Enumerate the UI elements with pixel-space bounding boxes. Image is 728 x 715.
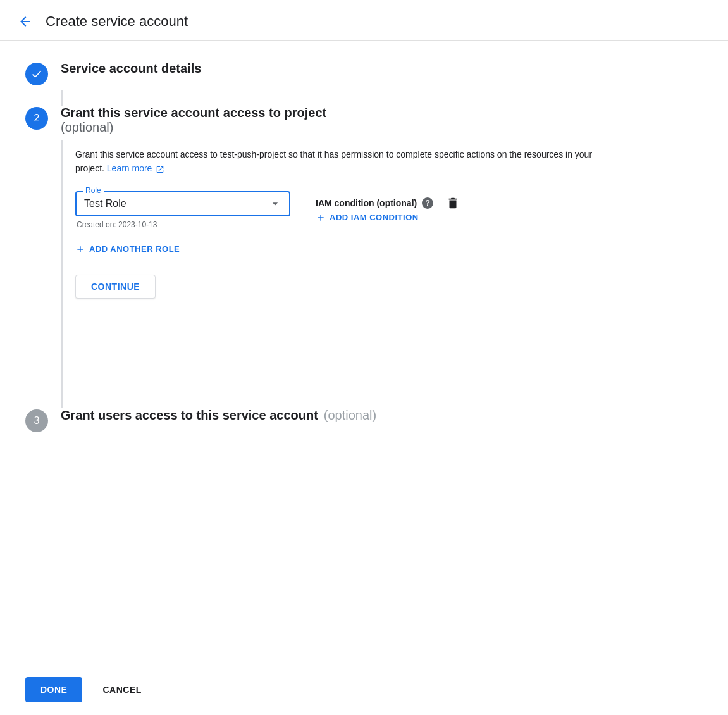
step3-number: 3 [34, 415, 40, 426]
role-row: Role Test Role Created on: 2023-10-13 IA… [75, 191, 703, 229]
step3-optional: (optional) [324, 408, 376, 422]
role-label: Role [83, 186, 104, 195]
step2: 2 Grant this service account access to p… [25, 106, 703, 135]
page-title: Create service account [46, 13, 188, 30]
add-another-role-label: ADD ANOTHER ROLE [89, 244, 180, 254]
add-another-role-button[interactable]: ADD ANOTHER ROLE [75, 244, 180, 254]
iam-right-section: IAM condition (optional) ? ADD IAM CONDI… [316, 196, 460, 223]
step1-title: Service account details [61, 61, 201, 75]
step1: Service account details [25, 61, 703, 85]
iam-top-row: IAM condition (optional) ? [316, 196, 460, 210]
role-created-text: Created on: 2023-10-13 [77, 220, 290, 229]
role-value: Test Role [84, 198, 126, 209]
step2-title-container: Grant this service account access to pro… [61, 106, 326, 135]
page-header: Create service account [0, 0, 728, 41]
cancel-label: CANCEL [102, 685, 141, 695]
role-field-container: Role Test Role Created on: 2023-10-13 [75, 191, 290, 229]
add-iam-label: ADD IAM CONDITION [330, 213, 419, 222]
continue-container: CONTINUE [75, 275, 703, 299]
connector-2 [61, 393, 63, 408]
footer: DONE CANCEL [0, 664, 728, 715]
done-button[interactable]: DONE [25, 677, 82, 702]
cancel-button[interactable]: CANCEL [97, 677, 146, 702]
help-icon[interactable]: ? [422, 197, 433, 209]
connector-1 [61, 90, 63, 106]
step2-optional: (optional) [61, 120, 113, 134]
step3-title-container: Grant users access to this service accou… [61, 408, 376, 423]
learn-more-link[interactable]: Learn more [107, 163, 164, 173]
iam-condition-label: IAM condition (optional) [316, 198, 417, 208]
learn-more-label: Learn more [107, 163, 152, 173]
step1-icon [25, 63, 48, 85]
step2-body: Grant this service account access to tes… [63, 140, 703, 393]
add-iam-condition-button[interactable]: ADD IAM CONDITION [316, 213, 460, 223]
step3-title: Grant users access to this service accou… [61, 408, 318, 422]
done-label: DONE [40, 685, 67, 695]
role-select[interactable]: Test Role [84, 197, 281, 210]
step1-title-container: Service account details [61, 61, 201, 76]
back-button[interactable] [15, 11, 35, 32]
step2-body-wrapper: Grant this service account access to tes… [61, 140, 703, 393]
continue-label: CONTINUE [91, 282, 140, 292]
step3-icon: 3 [25, 409, 48, 432]
step3: 3 Grant users access to this service acc… [25, 408, 703, 432]
continue-button[interactable]: CONTINUE [75, 275, 156, 299]
step2-description: Grant this service account access to tes… [75, 147, 619, 176]
step2-number: 2 [34, 113, 40, 124]
delete-button[interactable] [446, 196, 460, 210]
step2-title: Grant this service account access to pro… [61, 106, 326, 120]
step2-icon: 2 [25, 107, 48, 130]
role-select-wrapper[interactable]: Role Test Role [75, 191, 290, 216]
main-content: Service account details 2 Grant this ser… [0, 41, 728, 508]
